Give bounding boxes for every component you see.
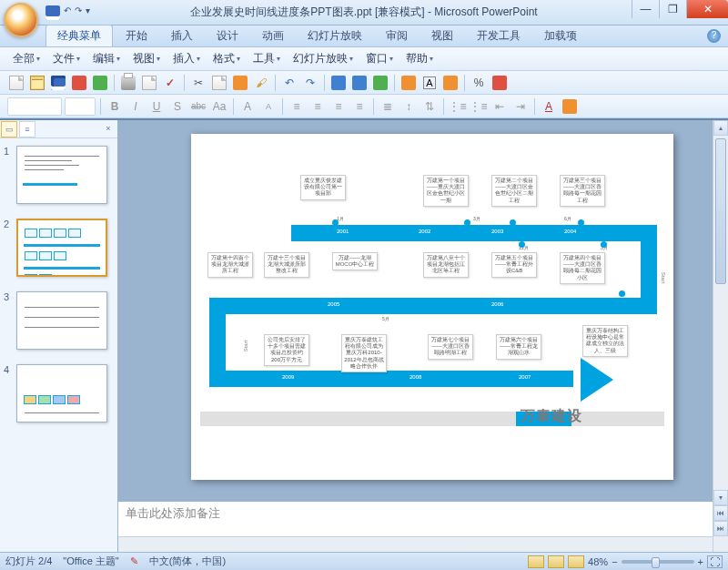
bullets-button[interactable]: ⋮≡ (449, 97, 467, 116)
menu-help[interactable]: 帮助▾ (400, 49, 439, 68)
language-status[interactable]: 中文(简体，中国) (149, 555, 226, 568)
menu-file[interactable]: 文件▾ (47, 49, 86, 68)
copy-button[interactable] (210, 74, 228, 92)
indent-dec-button[interactable]: ⇤ (490, 97, 509, 116)
ribbon-tab-animations[interactable]: 动画 (251, 25, 295, 46)
menu-tools[interactable]: 工具▾ (248, 49, 286, 68)
spellcheck-button[interactable]: ✓ (161, 74, 179, 92)
table-button[interactable] (329, 74, 348, 92)
office-button[interactable] (4, 3, 38, 37)
menu-edit[interactable]: 编辑▾ (87, 49, 126, 68)
undo-button[interactable]: ↶ (280, 74, 298, 92)
ribbon-tab-addins[interactable]: 加载项 (533, 25, 588, 46)
zoom-in-button[interactable]: + (698, 556, 703, 567)
ribbon-tab-classic[interactable]: 经典菜单 (46, 25, 113, 46)
timeline-textbox[interactable]: 重庆万泰结构工程设施中心是常建成立独立的法人、三级 (582, 325, 628, 357)
outline-tab[interactable]: ≡ (19, 121, 35, 137)
underline-button[interactable]: U (147, 97, 166, 116)
timeline-textbox[interactable]: 万建第八至十个项目龙湖包括江北区等工程 (423, 252, 469, 278)
ribbon-tab-view[interactable]: 视图 (420, 25, 464, 46)
redo-icon[interactable]: ↷ (75, 5, 82, 20)
timeline-textbox[interactable]: 万建第十四百个项目龙湖大城派所工程 (207, 252, 253, 278)
timeline-textbox[interactable]: 万建第二个项目——大渡口区金色世纪小区二期工程 (491, 175, 537, 207)
align-justify-button[interactable]: ≡ (350, 97, 369, 116)
timeline-textbox[interactable]: 万建第一个项目——重庆大渡口区金色世纪小区一期 (423, 175, 469, 207)
linespacing-button[interactable]: ↕ (399, 97, 418, 116)
ribbon-tab-slideshow[interactable]: 幻灯片放映 (297, 25, 373, 46)
newslide-button[interactable] (561, 97, 579, 116)
save-icon[interactable] (46, 5, 60, 20)
vertical-scrollbar[interactable]: ▴ ▾ ⏮ ⏭ (713, 120, 728, 552)
open-button[interactable] (28, 74, 46, 92)
help-icon[interactable]: ? (707, 29, 721, 43)
cut-button[interactable]: ✂ (189, 74, 207, 92)
timeline-textbox[interactable]: 万建第三个项目——大渡口区香颐路每一期花园工程 (560, 175, 605, 207)
timeline-textbox[interactable]: 万建第七个项目——大渡口区香颐路明湖工程 (428, 334, 473, 360)
fontsize-dropdown[interactable] (65, 97, 96, 116)
align-right-button[interactable]: ≡ (329, 97, 348, 116)
paste-button[interactable] (231, 74, 249, 92)
next-slide-button[interactable]: ⏭ (713, 521, 728, 536)
minimize-button[interactable]: — (632, 0, 659, 18)
align-left-button[interactable]: ≡ (288, 97, 306, 116)
new-button[interactable] (7, 74, 25, 92)
menu-insert[interactable]: 插入▾ (167, 49, 206, 68)
normal-view-button[interactable] (528, 555, 544, 568)
textbox-button[interactable]: A (420, 74, 439, 92)
italic-button[interactable]: I (126, 97, 145, 116)
spellcheck-icon[interactable]: ✎ (130, 555, 138, 567)
clipart-button[interactable] (441, 74, 460, 92)
current-slide[interactable]: 万泰建设 2001 2002 2003 2004 2005 2006 2009 … (191, 134, 673, 480)
fontcolor-button[interactable]: A (540, 97, 558, 116)
thumbnail-2[interactable]: 2 (0, 211, 117, 284)
grow-font-button[interactable]: A (238, 97, 257, 116)
timeline-textbox[interactable]: 重庆万泰建筑工程有限公司成为重庆万科2010-2012年总包商战略合作伙伴 (341, 334, 387, 372)
undo-icon[interactable]: ↶ (64, 5, 71, 20)
timeline-textbox[interactable]: 万建第五个项目——常青工程外设C&B (491, 252, 537, 278)
slideshow-view-button[interactable] (568, 555, 584, 568)
menu-format[interactable]: 格式▾ (207, 49, 246, 68)
permission-button[interactable] (70, 74, 88, 92)
timeline-textbox[interactable]: 万建第四个项目——大渡口区香颐路每二期花园小区 (560, 252, 605, 284)
close-button[interactable]: ✕ (686, 0, 728, 18)
fit-button[interactable]: ⛶ (707, 555, 723, 568)
qat-dropdown-icon[interactable]: ▾ (86, 5, 90, 20)
redo-button[interactable]: ↷ (301, 74, 319, 92)
menu-slideshow[interactable]: 幻灯片放映▾ (288, 49, 359, 68)
format-painter-button[interactable]: 🖌 (252, 74, 270, 92)
scroll-up-button[interactable]: ▴ (713, 120, 728, 136)
shadow-button[interactable]: S (168, 97, 187, 116)
email-button[interactable] (91, 74, 109, 92)
timeline-textbox[interactable]: 公司先后安排了十多个项目营建项目总投资约200万平方元 (264, 334, 309, 366)
thumbnail-3[interactable]: 3 (0, 284, 117, 357)
ribbon-tab-review[interactable]: 审阅 (375, 25, 419, 46)
notes-pane[interactable]: 单击此处添加备注 (118, 500, 713, 536)
zoom-out-button[interactable]: − (612, 556, 617, 567)
numbering-button[interactable]: ⋮≡ (470, 97, 488, 116)
changecase-button[interactable]: Aa (210, 97, 228, 116)
menu-window[interactable]: 窗口▾ (360, 49, 399, 68)
zoom-level[interactable]: 48% (588, 556, 608, 567)
menu-all[interactable]: 全部▾ (7, 49, 46, 68)
align-center-button[interactable]: ≡ (308, 97, 327, 116)
chart-button[interactable] (350, 74, 369, 92)
close-panel-button[interactable]: × (100, 121, 116, 137)
timeline-textbox[interactable]: 万建——龙湖MOCO中心工程 (332, 252, 378, 270)
timeline-textbox[interactable]: 成立重庆俊发建设有限公司第一项目部 (300, 175, 346, 200)
print-button[interactable] (119, 74, 137, 92)
horizontal-scrollbar[interactable] (118, 536, 713, 552)
strike-button[interactable]: abc (189, 97, 207, 116)
textdir-button[interactable]: ⇅ (420, 97, 439, 116)
thumbnail-1[interactable]: 1 (0, 138, 117, 211)
maximize-button[interactable]: ❐ (659, 0, 686, 18)
scrollbar-thumb[interactable] (715, 138, 726, 284)
shrink-font-button[interactable]: A (259, 97, 278, 116)
hyperlink-button[interactable] (371, 74, 389, 92)
scroll-down-button[interactable]: ▾ (713, 490, 728, 505)
bold-button[interactable]: B (106, 97, 124, 116)
ribbon-tab-home[interactable]: 开始 (115, 25, 158, 46)
preview-button[interactable] (140, 74, 158, 92)
ribbon-tab-design[interactable]: 设计 (206, 25, 249, 46)
thumbnail-4[interactable]: 4 (0, 357, 117, 430)
indent-inc-button[interactable]: ⇥ (511, 97, 530, 116)
